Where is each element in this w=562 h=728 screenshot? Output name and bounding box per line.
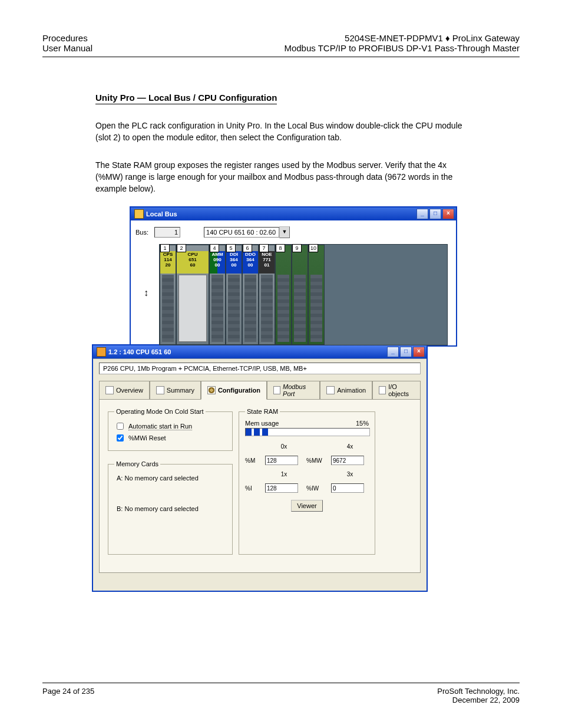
cpu-config-title: 1.2 : 140 CPU 651 60 [108, 348, 171, 355]
memory-card-b: B: No memory card selected [117, 505, 226, 512]
cpu-description: P266 CPU, 1Mb Program + PCMCIA, Ethernet… [99, 363, 421, 374]
hdr-3x: 3x [331, 471, 369, 477]
auto-start-label: Automatic start in Run [128, 423, 192, 430]
slot-number: 5 [226, 244, 236, 252]
plc-rack[interactable]: 1CPS114202CPU651604AMM090005DDI364006DDO… [159, 244, 448, 345]
rack-slot-7[interactable]: 7NOE77101 [259, 245, 275, 345]
lbl-pi: %I [245, 485, 262, 492]
screenshot: Local Bus _ □ × Bus: ▼ [130, 206, 457, 592]
module-tag: NOE77101 [259, 251, 275, 274]
header-left-1: Procedures [42, 33, 92, 43]
tab-icon [156, 386, 164, 394]
para-1: Open the PLC rack configuration in Unity… [95, 120, 472, 144]
slot-number: 4 [210, 244, 219, 252]
memory-cards-legend: Memory Cards [114, 460, 160, 467]
tab-animation[interactable]: Animation [320, 381, 372, 400]
local-bus-title: Local Bus [146, 210, 177, 218]
tab-icon [379, 386, 386, 394]
page-footer: Page 24 of 235 ProSoft Technology, Inc. … [42, 683, 520, 704]
header-right-2: Modbus TCP/IP to PROFIBUS DP-V1 Pass-Thr… [284, 43, 520, 53]
state-ram-group: State RAM Mem usage 15% 0x 4x %M [239, 408, 375, 555]
tab-io-objects[interactable]: I/O objects [372, 381, 421, 400]
memory-card-a: A: No memory card selected [117, 475, 226, 482]
tab-icon [326, 386, 335, 394]
bus-combo-input[interactable] [204, 227, 279, 238]
tab-overview[interactable]: Overview [99, 381, 150, 400]
hdr-4x: 4x [331, 443, 369, 450]
close-button[interactable]: × [413, 347, 425, 357]
operating-mode-group: Operating Mode On Cold Start Automatic s… [108, 408, 233, 451]
mwi-reset-label: %MWi Reset [128, 434, 166, 442]
mem-usage-label: Mem usage [245, 420, 279, 427]
slot-number: 9 [292, 244, 302, 252]
minimize-button[interactable]: _ [416, 209, 428, 219]
slot-number: 10 [309, 244, 318, 252]
bus-label: Bus: [135, 229, 148, 236]
mem-usage-pct: 15% [356, 420, 369, 427]
rack-slot-6[interactable]: 6DDO36400 [242, 245, 259, 345]
cpu-config-titlebar[interactable]: 1.2 : 140 CPU 651 60 _ □ × [93, 345, 427, 358]
rack-slot-1[interactable]: 1CPS11420 [160, 245, 176, 345]
memory-cards-group: Memory Cards A: No memory card selected … [108, 460, 233, 555]
tab-icon [105, 386, 114, 394]
bus-combo-dropdown-icon[interactable]: ▼ [279, 226, 290, 238]
input-0x[interactable] [265, 456, 298, 465]
section-title: Unity Pro — Local Bus / CPU Configuratio… [95, 93, 277, 104]
maximize-button[interactable]: □ [400, 347, 412, 357]
rack-expand-icon[interactable]: ↕ [144, 288, 148, 298]
window-icon [97, 347, 106, 357]
rack-slot-2[interactable]: 2CPU65160 [176, 245, 209, 345]
slot-number: 6 [243, 244, 252, 252]
hdr-0x: 0x [265, 443, 303, 450]
operating-mode-legend: Operating Mode On Cold Start [114, 408, 206, 415]
local-bus-titlebar[interactable]: Local Bus _ □ × [131, 207, 456, 220]
window-icon [134, 209, 144, 219]
auto-start-checkbox[interactable] [117, 423, 124, 430]
rack-slot-8[interactable]: 8 [275, 245, 292, 345]
page-header: Procedures User Manual 5204SE-MNET-PDPMV… [42, 33, 520, 57]
header-right-1: 5204SE-MNET-PDPMV1 ♦ ProLinx Gateway [284, 33, 520, 43]
viewer-button[interactable]: Viewer [291, 500, 323, 512]
tab-icon [273, 386, 280, 394]
header-left-2: User Manual [42, 43, 92, 53]
lbl-pmw: %MW [306, 457, 328, 464]
footer-right: ProSoft Technology, Inc. [437, 687, 520, 696]
slot-number: 7 [259, 244, 269, 252]
module-tag: DDO36400 [243, 251, 258, 274]
hdr-1x: 1x [265, 471, 303, 477]
para-2: The State RAM group exposes the register… [95, 159, 472, 195]
input-3x[interactable] [331, 483, 364, 493]
footer-left: Page 24 of 235 [42, 687, 94, 704]
module-tag: AMM09000 [210, 251, 225, 274]
rack-slot-10[interactable]: 10 [308, 245, 325, 345]
slot-number: 8 [276, 244, 285, 252]
module-tag: DDI36400 [226, 251, 242, 274]
module-tag: CPU65160 [177, 251, 209, 274]
close-button[interactable]: × [442, 209, 454, 219]
tab-modbus-port[interactable]: Modbus Port [267, 381, 320, 400]
slot-number: 2 [177, 244, 186, 252]
tab-panel: Operating Mode On Cold Start Automatic s… [99, 399, 421, 573]
cpu-config-window: 1.2 : 140 CPU 651 60 _ □ × P266 CPU, 1Mb… [92, 344, 428, 592]
rack-slot-4[interactable]: 4AMM09000 [209, 245, 226, 345]
mwi-reset-checkbox[interactable] [117, 434, 124, 442]
tab-bar: Overview Summary Configuration Modbus Po… [99, 380, 421, 399]
module-tag: CPS11420 [160, 251, 176, 274]
local-bus-window: Local Bus _ □ × Bus: ▼ [130, 206, 457, 347]
slot-number: 1 [160, 244, 170, 252]
bus-number-input[interactable] [154, 227, 180, 238]
rack-slot-5[interactable]: 5DDI36400 [226, 245, 242, 345]
footer-date: December 22, 2009 [452, 696, 520, 704]
input-1x[interactable] [265, 483, 298, 493]
gear-icon [207, 386, 216, 394]
mem-usage-bar [245, 428, 370, 436]
minimize-button[interactable]: _ [387, 347, 399, 357]
tab-summary[interactable]: Summary [150, 381, 201, 400]
input-4x[interactable] [331, 456, 364, 465]
lbl-pm: %M [245, 457, 262, 464]
state-ram-legend: State RAM [245, 408, 280, 415]
rack-slot-9[interactable]: 9 [292, 245, 308, 345]
lbl-piw: %IW [306, 485, 328, 492]
tab-configuration[interactable]: Configuration [201, 381, 267, 400]
maximize-button[interactable]: □ [429, 209, 441, 219]
